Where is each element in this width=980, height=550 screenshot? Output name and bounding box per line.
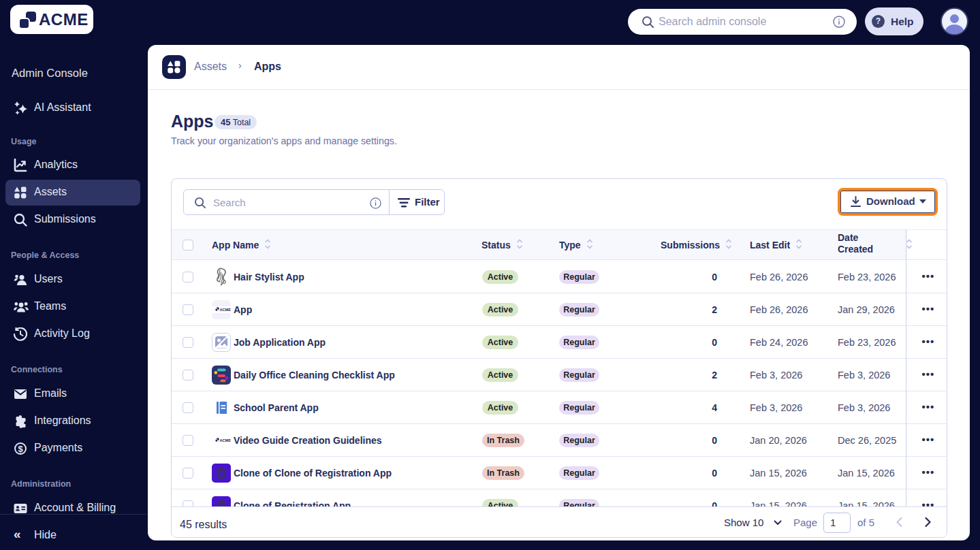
svg-text:ACME: ACME — [220, 308, 232, 312]
svg-text:ACME: ACME — [220, 438, 232, 442]
svg-text:$: $ — [18, 444, 23, 454]
